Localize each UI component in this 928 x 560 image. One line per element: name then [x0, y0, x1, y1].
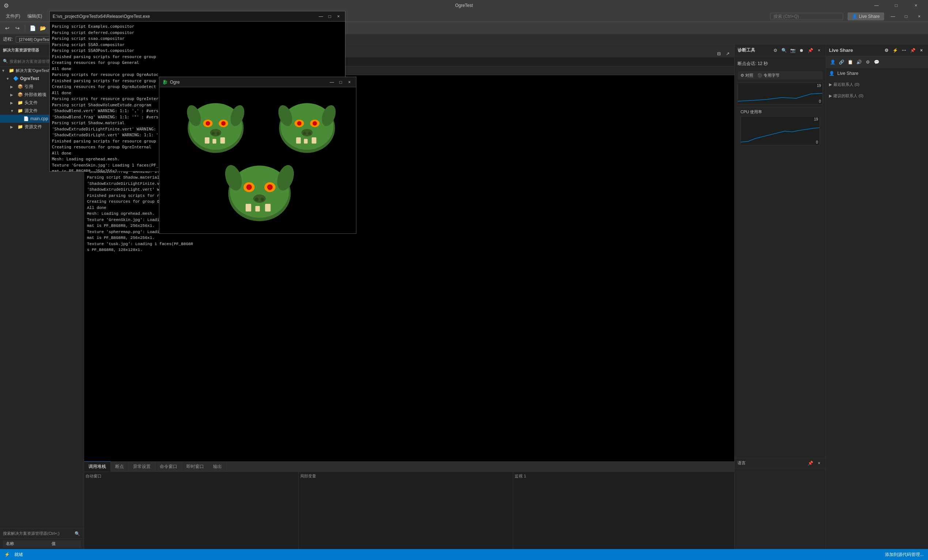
window-controls: — □ ×	[868, 0, 924, 11]
debug-tab-immediate[interactable]: 即时窗口	[182, 461, 209, 472]
svg-rect-24	[304, 139, 308, 143]
editor-console-line: mat is PF_B8G8R8, 256x256x1.	[87, 235, 731, 241]
bottom-right-items: 添加到源代码管理...	[885, 552, 923, 558]
ls-tb-btn6[interactable]: 💬	[873, 58, 880, 66]
ogre-close[interactable]: ×	[346, 79, 353, 86]
live-share-panel: Live Share ⚙ ⚡ ⋯ 📌 × 👤 🔗 📋 🔊 ⚙ 💬 👤 Live …	[826, 44, 928, 549]
ogre-maximize[interactable]: □	[337, 79, 344, 86]
debug-tab-breakpoints[interactable]: 断点	[111, 461, 129, 472]
status-text: 就绪	[14, 552, 23, 558]
source-label: 源文件	[24, 108, 38, 114]
diag-pin-btn[interactable]: 📌	[807, 47, 814, 54]
diag-time-0: 0	[819, 99, 821, 103]
console-line: Parsing script Examples.compositor	[52, 24, 343, 30]
ls-header: Live Share ⚙ ⚡ ⋯ 📌 ×	[826, 44, 928, 56]
svg-point-27	[303, 132, 306, 135]
ogre-icon: 🐉	[162, 80, 168, 85]
ls-filter-btn[interactable]: ⚡	[891, 47, 899, 54]
close-btn[interactable]: ×	[908, 0, 924, 11]
ls-close-btn[interactable]: ×	[918, 47, 925, 54]
new-file-btn[interactable]: 📄	[28, 24, 37, 32]
console-line: All done	[52, 66, 343, 72]
live-share-label: Live Share	[859, 14, 880, 19]
chevron-suggested: ▶	[829, 93, 832, 98]
sidebar-lower-search[interactable]: 🔍	[73, 530, 81, 537]
console-titlebar: E:\vs_project\OgreTest\x64\Release\OgreT…	[50, 11, 345, 21]
ls-session-label: Live Share	[837, 71, 858, 76]
minimize-btn[interactable]: —	[868, 0, 885, 11]
ls-contacts-label: 最近联系人 (0)	[833, 82, 860, 87]
headers-label: 头文件	[24, 100, 38, 106]
diag-camera-btn[interactable]: 📷	[789, 47, 797, 54]
rp-close-btn[interactable]: ×	[815, 460, 823, 467]
ls-settings-btn[interactable]: ⚙	[883, 47, 890, 54]
ogre-render-area	[159, 87, 356, 233]
console-minimize[interactable]: —	[317, 13, 325, 20]
project-icon: 🔷	[13, 76, 18, 81]
ls-tb-btn4[interactable]: 🔊	[855, 58, 862, 66]
rp-pin-btn[interactable]: 📌	[807, 460, 814, 467]
chevron-source: ▼	[10, 109, 16, 113]
console-line: Parsing script ssao.compositor	[52, 36, 343, 42]
diag-record-btn[interactable]: ⏺	[798, 47, 805, 54]
live-share-header-btn[interactable]: 👤 Live Share	[847, 12, 884, 20]
col-value: 值	[49, 540, 81, 548]
process-label: 进程:	[3, 36, 13, 43]
cpp-icon: 📄	[23, 116, 29, 121]
ogre-window: 🐉 Ogre — □ ×	[159, 77, 356, 234]
ls-pin-btn[interactable]: 📌	[909, 47, 916, 54]
debug-tab-command[interactable]: 命令窗口	[155, 461, 182, 472]
ls-tb-btn1[interactable]: 👤	[829, 58, 836, 66]
svg-rect-25	[312, 137, 316, 143]
ls-tb-btn2[interactable]: 🔗	[838, 58, 845, 66]
diag-header-icons: ⚙ 🔍 📷 ⏺ 📌 ×	[772, 47, 823, 54]
rp-bottom-btns: 📌 ×	[807, 460, 823, 467]
menu-edit[interactable]: 编辑(E)	[24, 12, 45, 21]
chevron-extdeps: ▶	[10, 93, 16, 97]
menu-file[interactable]: 文件(F)	[3, 12, 23, 21]
svg-rect-39	[265, 204, 270, 212]
diag-byte-icon: ⚫	[757, 73, 762, 78]
diag-settings-btn[interactable]: ⚙	[772, 47, 779, 54]
undo-btn[interactable]: ↩	[3, 24, 12, 32]
ogre-title-area: 🐉 Ogre	[162, 80, 328, 85]
menu-minimize[interactable]: —	[887, 12, 899, 21]
ls-contacts-section: ▶ 最近联系人 (0)	[826, 79, 928, 90]
debug-bottom-content: 自动窗口 局部变量 监视 1	[84, 472, 734, 549]
editor-expand-btn[interactable]: ↗	[724, 50, 731, 57]
console-maximize[interactable]: □	[326, 13, 333, 20]
add-to-vcs[interactable]: 添加到源代码管理...	[885, 552, 923, 558]
console-close[interactable]: ×	[335, 13, 342, 20]
ls-session-icon: 👤	[829, 71, 835, 76]
ls-tb-btn3[interactable]: 📋	[847, 58, 854, 66]
debug-tab-callstack[interactable]: 调用堆栈	[84, 461, 111, 472]
res-label: 资源文件	[24, 124, 42, 130]
ls-tb-btn5[interactable]: ⚙	[864, 58, 872, 66]
maximize-btn[interactable]: □	[888, 0, 905, 11]
diag-close-btn[interactable]: ×	[815, 47, 823, 54]
open-btn[interactable]: 📂	[38, 24, 47, 32]
chevron-contacts: ▶	[829, 82, 832, 87]
debug-tab-exceptions[interactable]: 异常设置	[129, 461, 155, 472]
ogre-win-btns: — □ ×	[328, 79, 353, 86]
ls-more-btn[interactable]: ⋯	[900, 47, 908, 54]
menu-maximize[interactable]: □	[900, 12, 912, 21]
search-input[interactable]	[770, 13, 843, 20]
local-label: 局部变量	[300, 473, 511, 479]
debug-tab-output[interactable]: 输出	[209, 461, 227, 472]
console-line: Parsing script SSAO.compositor	[52, 42, 343, 48]
editor-console-line: s PF_B8G8R8, 128x128x1.	[87, 247, 731, 253]
source-icon: 📁	[18, 108, 23, 113]
menu-close[interactable]: ×	[913, 12, 925, 21]
svg-point-14	[217, 132, 220, 135]
editor-split-btn[interactable]: ⊟	[715, 50, 723, 57]
diag-search-btn[interactable]: 🔍	[780, 47, 788, 54]
cpu-chart: 19 0	[740, 116, 820, 145]
svg-point-19	[297, 121, 302, 126]
redo-btn[interactable]: ↪	[13, 24, 22, 32]
svg-point-20	[313, 121, 317, 126]
ogre-minimize[interactable]: —	[328, 79, 336, 86]
svg-point-26	[302, 129, 313, 136]
svg-point-33	[246, 184, 252, 190]
svg-rect-11	[220, 137, 225, 143]
